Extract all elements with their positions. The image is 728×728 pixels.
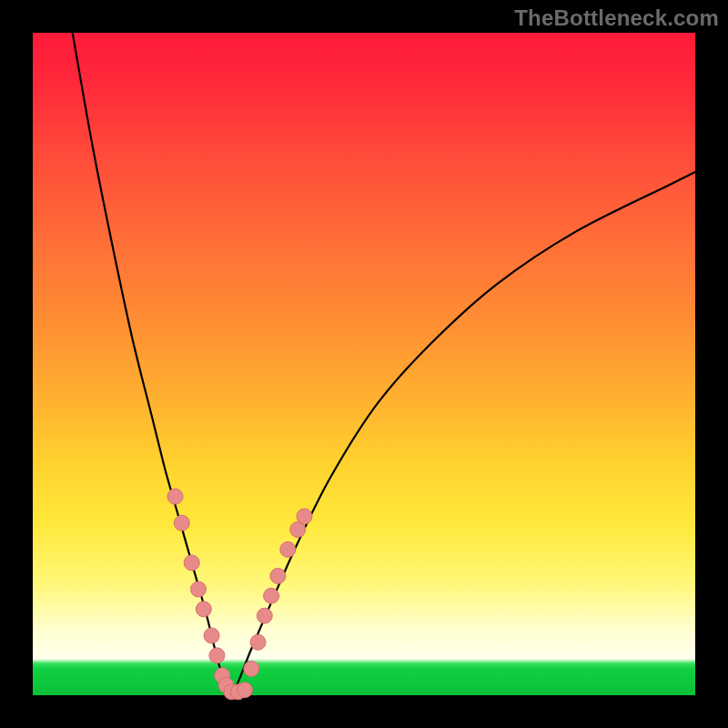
data-point bbox=[257, 608, 272, 623]
data-point bbox=[204, 628, 219, 643]
data-point bbox=[237, 682, 252, 698]
watermark-text: TheBottleneck.com bbox=[514, 5, 719, 31]
plot-area bbox=[33, 33, 695, 695]
data-point bbox=[209, 648, 225, 663]
curve-left bbox=[73, 33, 232, 695]
data-point bbox=[280, 541, 296, 557]
curve-right bbox=[231, 172, 695, 695]
data-point bbox=[250, 634, 266, 650]
chart-svg bbox=[33, 33, 695, 695]
data-point bbox=[297, 509, 312, 524]
data-point bbox=[191, 581, 207, 597]
data-point bbox=[196, 602, 211, 617]
outer-frame: TheBottleneck.com bbox=[0, 0, 728, 728]
data-point bbox=[264, 588, 279, 603]
scatter-dots bbox=[167, 489, 312, 700]
data-point bbox=[174, 515, 189, 531]
data-point bbox=[244, 661, 259, 676]
data-point bbox=[167, 489, 183, 504]
data-point bbox=[184, 555, 199, 571]
data-point bbox=[270, 568, 286, 583]
